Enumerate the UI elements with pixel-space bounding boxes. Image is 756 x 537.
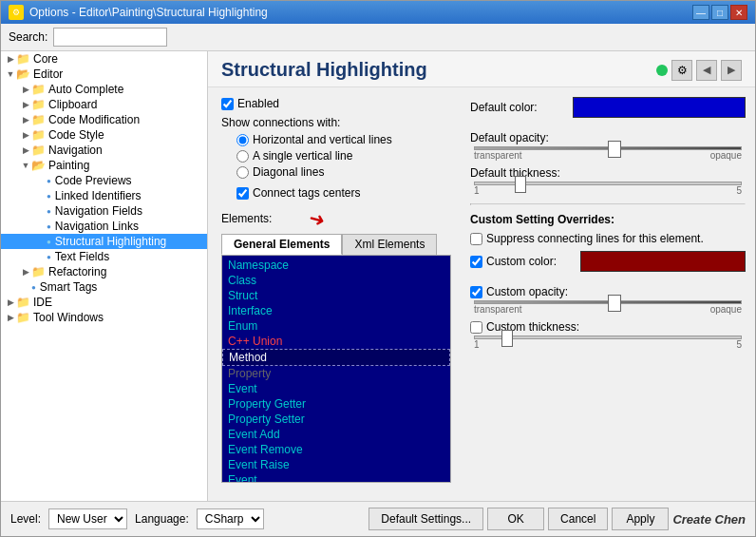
list-item-property-getter[interactable]: Property Getter — [222, 396, 450, 412]
window-title: Options - Editor\Painting\Structural Hig… — [29, 6, 268, 19]
apply-button[interactable]: Apply — [612, 508, 669, 530]
tabs-row: General Elements Xml Elements — [221, 234, 451, 255]
back-button[interactable]: ◀ — [696, 60, 717, 81]
sidebar-item-structural-highlighting[interactable]: ● Structural Highlighting — [1, 234, 207, 249]
list-item-property-setter[interactable]: Property Setter — [222, 412, 450, 427]
tab-general[interactable]: General Elements — [221, 234, 342, 255]
list-item-event-add[interactable]: Event Add — [222, 427, 450, 442]
radio-hv-input[interactable] — [236, 134, 249, 146]
gear-button[interactable]: ⚙ — [671, 60, 692, 81]
list-item-method[interactable]: Method — [222, 349, 450, 366]
sidebar-item-tool-windows[interactable]: ▶ 📁 Tool Windows — [1, 310, 207, 325]
bullet-code-previews: ● — [47, 177, 51, 185]
sidebar-item-auto-complete[interactable]: ▶ 📁 Auto Complete — [1, 82, 207, 97]
folder-icon-ide: 📁 — [16, 296, 30, 309]
search-label: Search: — [9, 30, 47, 44]
code-modification-label: Code Modification — [48, 113, 140, 126]
language-select[interactable]: CSharp — [197, 508, 264, 529]
radio-sv-input[interactable] — [236, 150, 249, 163]
settings-panel: Default color: Default opacity: transpar… — [461, 87, 755, 501]
sidebar-item-smart-tags[interactable]: ● Smart Tags — [1, 279, 207, 295]
ok-button[interactable]: OK — [487, 508, 544, 530]
title-bar: ⚙ Options - Editor\Painting\Structural H… — [1, 1, 755, 24]
search-input[interactable] — [53, 28, 167, 47]
list-item-struct[interactable]: Struct — [222, 288, 450, 303]
suppress-row: Suppress connecting lines for this eleme… — [470, 232, 746, 245]
sidebar-item-core[interactable]: ▶ 📁 Core — [1, 51, 207, 67]
app-icon: ⚙ — [9, 5, 24, 20]
sidebar-item-text-fields[interactable]: ● Text Fields — [1, 249, 207, 264]
custom-thickness-slider-row — [470, 336, 746, 339]
radio-horizontal-vertical: Horizontal and vertical lines — [236, 133, 451, 146]
bullet-structural: ● — [47, 238, 51, 246]
sidebar-item-clipboard[interactable]: ▶ 📁 Clipboard — [1, 97, 207, 112]
sidebar-item-linked-identifiers[interactable]: ● Linked Identifiers — [1, 188, 207, 203]
painting-label: Painting — [48, 159, 89, 172]
bullet-smart-tags: ● — [31, 283, 36, 292]
radio-diagonal: Diagonal lines — [236, 165, 451, 179]
navigation-label: Navigation — [48, 144, 103, 157]
connect-tags-checkbox[interactable] — [236, 187, 249, 200]
title-bar-left: ⚙ Options - Editor\Painting\Structural H… — [9, 5, 268, 20]
list-item-interface[interactable]: Interface — [222, 303, 450, 318]
custom-color-swatch[interactable] — [580, 251, 746, 272]
sidebar-item-code-style[interactable]: ▶ 📁 Code Style — [1, 127, 207, 143]
custom-opacity-min: transparent — [474, 304, 522, 315]
sidebar-item-painting[interactable]: ▼ 📂 Painting — [1, 158, 207, 173]
list-item-event2[interactable]: Event — [222, 472, 450, 483]
maximize-button[interactable]: □ — [711, 5, 728, 20]
list-item-event-raise[interactable]: Event Raise — [222, 457, 450, 472]
default-thickness-labels: 1 5 — [470, 185, 746, 196]
custom-thickness-thumb[interactable] — [501, 330, 513, 347]
list-item-namespace[interactable]: Namespace — [222, 258, 450, 273]
radio-single-vertical: A single vertical line — [236, 149, 451, 163]
tree-arrow-refact: ▶ — [20, 267, 31, 277]
default-color-row: Default color: — [470, 97, 746, 118]
custom-opacity-thumb[interactable] — [608, 295, 621, 312]
list-item-class[interactable]: Class — [222, 273, 450, 288]
list-item-event-remove[interactable]: Event Remove — [222, 442, 450, 457]
radio-sv-label: A single vertical line — [253, 149, 352, 163]
sidebar-item-editor[interactable]: ▼ 📂 Editor — [1, 67, 207, 82]
list-item-cpp-union[interactable]: C++ Union — [222, 334, 450, 349]
custom-thickness-track — [474, 336, 742, 339]
default-color-swatch[interactable] — [573, 97, 746, 118]
forward-button[interactable]: ▶ — [721, 60, 742, 81]
default-opacity-thumb[interactable] — [608, 141, 621, 158]
custom-thickness-checkbox[interactable] — [470, 321, 482, 334]
clipboard-label: Clipboard — [48, 98, 97, 111]
custom-opacity-checkbox[interactable] — [470, 286, 482, 298]
elements-label: Elements: — [221, 212, 272, 225]
default-settings-button[interactable]: Default Settings... — [369, 508, 483, 530]
sidebar-item-code-previews[interactable]: ● Code Previews — [1, 173, 207, 188]
main-window: ⚙ Options - Editor\Painting\Structural H… — [0, 0, 756, 537]
sidebar-item-nav-links[interactable]: ● Navigation Links — [1, 219, 207, 234]
list-item-enum[interactable]: Enum — [222, 318, 450, 334]
custom-color-check-label: Custom color: — [470, 255, 565, 268]
minimize-button[interactable]: — — [692, 5, 709, 20]
structural-highlighting-label: Structural Highlighting — [55, 235, 166, 248]
level-select[interactable]: New User — [48, 508, 127, 529]
default-opacity-slider-row — [470, 146, 746, 150]
close-button[interactable]: ✕ — [730, 5, 747, 20]
sidebar-item-nav-fields[interactable]: ● Navigation Fields — [1, 203, 207, 219]
default-thickness-thumb[interactable] — [515, 176, 526, 193]
nav-links-label: Navigation Links — [55, 220, 139, 233]
cancel-button[interactable]: Cancel — [548, 508, 608, 530]
sidebar-item-refactoring[interactable]: ▶ 📁 Refactoring — [1, 264, 207, 279]
enabled-checkbox[interactable] — [221, 98, 234, 110]
suppress-checkbox[interactable] — [470, 233, 482, 245]
text-fields-label: Text Fields — [55, 250, 109, 263]
list-item-property[interactable]: Property — [222, 366, 450, 381]
sidebar-item-ide[interactable]: ▶ 📁 IDE — [1, 295, 207, 310]
sidebar-item-code-modification[interactable]: ▶ 📁 Code Modification — [1, 112, 207, 127]
connect-tags-label: Connect tags centers — [253, 186, 360, 200]
tab-xml[interactable]: Xml Elements — [342, 234, 437, 255]
nav-fields-label: Navigation Fields — [55, 204, 142, 218]
linked-identifiers-label: Linked Identifiers — [55, 189, 142, 202]
radio-diag-input[interactable] — [236, 166, 249, 179]
smart-tags-label: Smart Tags — [40, 280, 97, 294]
sidebar-item-navigation[interactable]: ▶ 📁 Navigation — [1, 143, 207, 158]
list-item-event[interactable]: Event — [222, 381, 450, 396]
custom-color-checkbox[interactable] — [470, 256, 482, 268]
